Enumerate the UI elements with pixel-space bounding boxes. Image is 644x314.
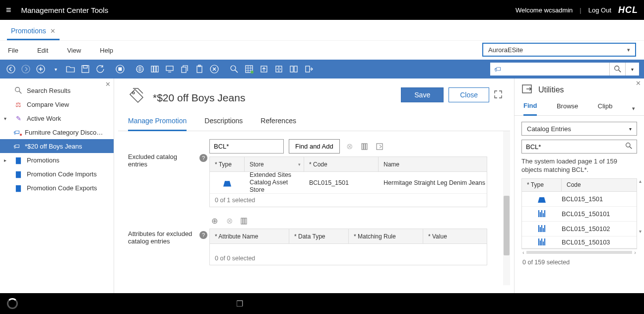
close-utilities-icon[interactable]: ✕ [636, 79, 641, 87]
browse-icon[interactable] [375, 143, 385, 151]
tab-label: Promotions [11, 27, 46, 35]
new-dropdown-icon[interactable]: ▾ [50, 63, 62, 75]
svg-rect-13 [197, 66, 202, 73]
search-icon[interactable] [625, 142, 633, 151]
delete-icon[interactable] [208, 63, 220, 75]
refresh-icon[interactable] [94, 63, 106, 75]
tabs-overflow-icon[interactable]: ▾ [632, 105, 635, 112]
util-col-code[interactable]: Code [562, 179, 637, 191]
copy-icon[interactable] [179, 63, 191, 75]
col-datatype[interactable]: * Data Type [289, 229, 349, 243]
col-code[interactable]: * Code [304, 157, 379, 171]
utilities-search [521, 140, 637, 154]
utilities-filter-select[interactable]: Catalog Entries ▾ [521, 122, 637, 136]
work-icon: ✎ [14, 115, 23, 122]
utilities-panel: ✕ Utilities Find Browse Clipb ▾ Catalog … [514, 78, 644, 293]
chevron-down-icon: ▾ [629, 126, 632, 132]
search-tool-icon[interactable] [228, 63, 240, 75]
svg-point-0 [7, 65, 15, 73]
search-dropdown-icon[interactable]: ▾ [625, 63, 639, 76]
menu-help[interactable]: Help [100, 47, 113, 54]
expand-icon[interactable] [494, 90, 502, 100]
split-icon[interactable] [288, 63, 300, 75]
help-icon[interactable]: ? [199, 231, 207, 239]
list-item[interactable]: BCL015_150101 [522, 207, 637, 222]
scroll-down-icon[interactable]: ▾ [639, 229, 642, 234]
logout-link[interactable]: Log Out [588, 6, 611, 14]
svg-rect-23 [306, 66, 310, 72]
utilities-search-input[interactable] [526, 143, 625, 151]
list-item[interactable]: BCL015_150102 [522, 222, 637, 236]
tree-search-results[interactable]: Search Results [0, 83, 114, 97]
tree-furniture-discount[interactable]: 🏷●Furniture Category Discount [0, 125, 114, 139]
svg-rect-6 [119, 68, 122, 71]
add-icon[interactable]: ⊕ [209, 216, 219, 226]
save-button[interactable]: Save [401, 87, 444, 102]
col-name[interactable]: Name [379, 157, 487, 171]
edit-columns-icon[interactable] [239, 217, 249, 225]
tree-code-exports[interactable]: ▇Promotion Code Exports [0, 181, 114, 195]
columns-icon[interactable] [149, 63, 161, 75]
new-icon[interactable] [35, 63, 47, 75]
menu-edit[interactable]: Edit [37, 47, 48, 54]
globe-icon[interactable] [134, 63, 146, 75]
store-select[interactable]: AuroraESite ▾ [482, 43, 636, 57]
hamburger-icon[interactable]: ≡ [6, 5, 11, 15]
menu-file[interactable]: File [8, 47, 18, 54]
editor-tabs: Manage Promotion Descriptions References [118, 110, 510, 131]
tab-promotions[interactable]: Promotions ✕ [7, 22, 60, 40]
layout-icon[interactable] [273, 63, 285, 75]
close-tree-icon[interactable]: ✕ [105, 80, 111, 88]
vertical-scrollbar[interactable] [503, 131, 510, 285]
svg-point-16 [231, 66, 236, 71]
close-tab-icon[interactable]: ✕ [50, 27, 56, 35]
tab-references[interactable]: References [260, 117, 296, 131]
save-icon[interactable] [79, 63, 91, 75]
arrange-icon[interactable] [258, 63, 270, 75]
list-item[interactable]: BCL015_150103 [522, 236, 637, 248]
horizontal-scrollbar[interactable] [123, 285, 505, 293]
stop-icon[interactable] [114, 63, 126, 75]
util-tab-clipboard[interactable]: Clipb [598, 102, 613, 115]
folder-icon: ▇ [14, 170, 23, 178]
scroll-up-icon[interactable]: ▴ [639, 178, 642, 184]
utilities-results-table: * Type Code BCL015_1501 BCL015_150101 BC… [521, 178, 637, 249]
monitor-icon[interactable] [164, 63, 176, 75]
sku-icon [538, 210, 545, 217]
util-col-type[interactable]: * Type [522, 179, 562, 191]
util-tab-browse[interactable]: Browse [557, 102, 578, 115]
col-attr-name[interactable]: * Attribute Name [210, 229, 289, 243]
col-type[interactable]: * Type [210, 157, 245, 171]
list-item[interactable]: BCL015_1501 [522, 192, 637, 207]
edit-columns-icon[interactable] [360, 143, 370, 151]
tree-promotions[interactable]: ▸▇Promotions [0, 153, 114, 167]
svg-point-24 [614, 66, 619, 71]
exit-icon[interactable] [303, 63, 315, 75]
tab-descriptions[interactable]: Descriptions [204, 117, 243, 131]
tab-manage-promotion[interactable]: Manage Promotion [128, 117, 187, 131]
tree-compare-view[interactable]: ⚖Compare View [0, 97, 114, 111]
col-matching-rule[interactable]: * Matching Rule [349, 229, 423, 243]
tree-code-imports[interactable]: ▇Promotion Code Imports [0, 167, 114, 181]
toolbar-search-input[interactable] [505, 63, 609, 76]
table-row[interactable]: Extended Sites Catalog Asset Store BCL01… [210, 172, 487, 194]
search-icon[interactable] [609, 63, 625, 76]
grid-icon[interactable] [243, 63, 255, 75]
col-store[interactable]: Store▾ [245, 157, 304, 171]
open-icon[interactable] [64, 63, 76, 75]
find-input[interactable] [209, 139, 284, 154]
menu-view[interactable]: View [67, 47, 81, 54]
util-tab-find[interactable]: Find [523, 102, 537, 116]
help-icon[interactable]: ? [199, 154, 207, 162]
window-icon[interactable]: ❐ [236, 299, 243, 309]
section-attrs-label: Attributes for excluded catalog entries [128, 230, 196, 245]
col-value[interactable]: * Value [423, 229, 487, 243]
back-icon[interactable] [5, 63, 17, 75]
tree-active-work[interactable]: ▾✎Active Work [0, 111, 114, 125]
paste-icon[interactable] [193, 63, 205, 75]
product-icon [538, 195, 546, 203]
utilities-hscroll[interactable]: ‹› [521, 249, 637, 256]
tree-selected-promo[interactable]: 🏷*$20 off Boys Jeans [0, 139, 114, 153]
close-button[interactable]: Close [449, 87, 489, 102]
find-add-button[interactable]: Find and Add [289, 139, 340, 154]
